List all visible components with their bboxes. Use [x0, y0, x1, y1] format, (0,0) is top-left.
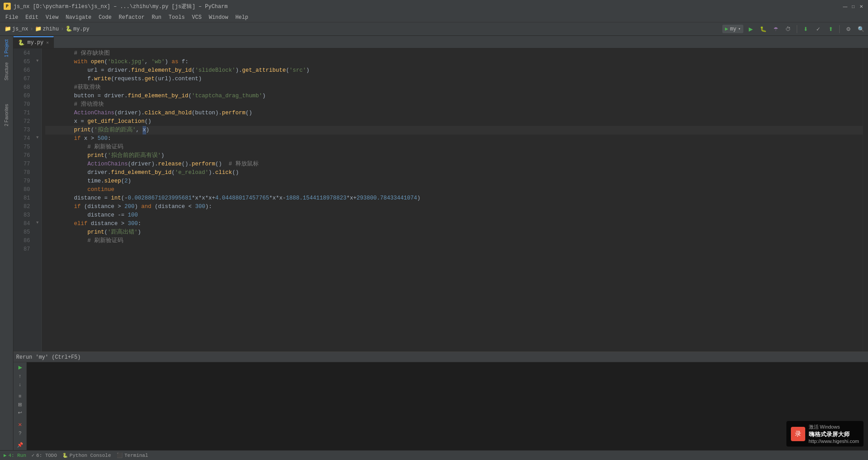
run-button[interactable]: ▶ [745, 24, 756, 35]
code-line-64: # 保存缺块图 [45, 49, 863, 58]
code-line-66: url = driver.find_element_by_id('slideBl… [45, 66, 863, 75]
code-line-75: # 刷新验证码 [45, 143, 863, 152]
run-config-selector[interactable]: ▶ my ▾ [722, 25, 743, 33]
menu-help[interactable]: Help [232, 13, 252, 22]
tab-mypy[interactable]: 🐍 my.py ✕ [13, 36, 54, 48]
menu-tools[interactable]: Tools [165, 13, 188, 22]
code-line-79: time.sleep(2) [45, 177, 863, 186]
todo-icon: ✓ [31, 452, 35, 458]
line-numbers: 64 65 66 67 68 69 70 71 72 73 74 75 76 7… [13, 48, 34, 352]
right-gutter [863, 48, 868, 352]
code-line-78: driver.find_element_by_id('e_reload').cl… [45, 169, 863, 177]
code-line-72: x = get_diff_location() [45, 117, 863, 126]
favorites-tool-button[interactable]: 2 Favorites [3, 102, 10, 128]
coverage-button[interactable]: ☂ [770, 24, 781, 35]
code-line-65: with open('block.jpg', 'wb') as f: [45, 58, 863, 66]
code-line-86: print('距高出错') [45, 228, 863, 237]
run-wrap-button[interactable]: ↩ [15, 409, 26, 416]
status-left: ▶ 4: Run ✓ 6: TODO 🐍 Python Console ⬛ Te… [4, 452, 148, 458]
window-title: js_nx [D:\pycharm-files\js_nx] – ...\zhi… [13, 3, 228, 10]
code-line-69: button = driver.find_element_by_id('tcap… [45, 92, 863, 100]
app-icon: P [4, 3, 11, 10]
menu-file[interactable]: File [2, 13, 22, 22]
code-line-83: if (distance > 200) and (distance < 300)… [45, 203, 863, 211]
breadcrumb-folder[interactable]: 📁 zhihu [35, 26, 59, 32]
separator2 [839, 25, 840, 33]
watermark: 录 激活 Windows 嗨格式录屏大师 http://www.higeshi.… [786, 421, 864, 447]
code-line-82: distance = int(-0.00288671023995681*x*x*… [45, 194, 863, 203]
toolbar: 📁 js_nx › 📁 zhihu › 🐍 my.py ▶ my ▾ ▶ 🐛 ☂… [0, 22, 868, 36]
terminal-button[interactable]: ⬛ Terminal [117, 452, 148, 458]
run-stop-button[interactable]: ↑ [15, 373, 26, 379]
run-status-button[interactable]: ▶ 4: Run [4, 452, 26, 458]
debug-button[interactable]: 🐛 [758, 24, 768, 35]
watermark-icon: 录 [791, 427, 805, 441]
code-line-81: continue [45, 186, 863, 194]
project-tool-button[interactable]: 1 Project [3, 38, 10, 59]
breadcrumb-file[interactable]: 🐍 my.py [65, 26, 89, 32]
run-rerun-button[interactable]: ▶ [15, 364, 26, 371]
run-status-label: 4: Run [9, 453, 26, 458]
watermark-text: 激活 Windows 嗨格式录屏大师 http://www.higeshi.co… [809, 424, 859, 444]
breadcrumb: 📁 js_nx › 📁 zhihu › 🐍 my.py [4, 26, 89, 32]
title-bar-left: P js_nx [D:\pycharm-files\js_nx] – ...\z… [4, 3, 228, 10]
vcs-commit-button[interactable]: ✓ [813, 24, 824, 35]
separator [797, 25, 797, 33]
main-area: 1 Project Structure 2 Favorites 🐍 my.py … [0, 36, 868, 450]
menu-run[interactable]: Run [148, 13, 165, 22]
run-scroll-button[interactable]: ↓ [15, 381, 26, 387]
breadcrumb-project[interactable]: 📁 js_nx [4, 26, 28, 32]
fold-button-84[interactable]: ▼ [36, 219, 39, 227]
run-toolbar: ▶ ↑ ↓ ≡ ⊞ ↩ ✕ ? 📌 [13, 362, 27, 450]
terminal-icon: ⬛ [117, 452, 123, 458]
code-line-68: #获取滑块 [45, 83, 863, 92]
code-line-77: ActionChains(driver).release().perform()… [45, 160, 863, 169]
menu-edit[interactable]: Edit [22, 13, 42, 22]
python-console-label: Python Console [69, 453, 111, 458]
run-filter-button[interactable]: ≡ [15, 393, 26, 399]
editor-container: 🐍 my.py ✕ 64 65 66 67 68 69 70 71 72 73 … [13, 36, 868, 450]
title-bar: P js_nx [D:\pycharm-files\js_nx] – ...\z… [0, 0, 868, 13]
python-console-icon: 🐍 [62, 453, 68, 458]
vcs-update-button[interactable]: ⬇ [800, 24, 811, 35]
toolbar-right: ▶ my ▾ ▶ 🐛 ☂ ⏱ ⬇ ✓ ⬆ ⚙ 🔍 [722, 24, 866, 35]
tab-close-button[interactable]: ✕ [46, 40, 49, 45]
code-line-70: # 滑动滑块 [45, 100, 863, 109]
menu-navigate[interactable]: Navigate [62, 13, 95, 22]
menu-view[interactable]: View [42, 13, 62, 22]
python-console-button[interactable]: 🐍 Python Console [62, 453, 111, 458]
code-line-67: f.write(requests.get(url).content) [45, 75, 863, 83]
run-status-icon: ▶ [4, 452, 7, 458]
code-area[interactable]: # 保存缺块图 with open('block.jpg', 'wb') as … [42, 48, 863, 352]
fold-button[interactable]: ▼ [36, 57, 39, 65]
run-output [27, 362, 868, 450]
rerun-label: Rerun 'my' (Ctrl+F5) [16, 354, 81, 360]
code-line-85: elif distance > 300: [45, 220, 863, 228]
code-line-84: distance -= 100 [45, 211, 863, 220]
rerun-bar: Rerun 'my' (Ctrl+F5) [13, 352, 868, 362]
settings-button[interactable]: ⚙ [843, 24, 854, 35]
run-settings-button[interactable]: ⊞ [15, 401, 26, 408]
run-help-button[interactable]: ? [15, 430, 26, 437]
code-line-71: ActionChains(driver).click_and_hold(butt… [45, 109, 863, 117]
maximize-button[interactable]: □ [850, 3, 856, 9]
fold-gutter: ▼ ▼ ▼ [34, 48, 42, 352]
todo-status-button[interactable]: ✓ 6: TODO [31, 452, 57, 458]
code-line-74: if x > 500: [45, 135, 863, 143]
search-button[interactable]: 🔍 [855, 24, 866, 35]
fold-button-74[interactable]: ▼ [36, 134, 39, 142]
menu-code[interactable]: Code [95, 13, 115, 22]
menu-window[interactable]: Window [205, 13, 232, 22]
status-bar: ▶ 4: Run ✓ 6: TODO 🐍 Python Console ⬛ Te… [0, 450, 868, 460]
vcs-push-button[interactable]: ⬆ [825, 24, 836, 35]
tab-bar: 🐍 my.py ✕ [13, 36, 868, 48]
close-button[interactable]: ✕ [858, 3, 864, 9]
profile-button[interactable]: ⏱ [783, 24, 794, 35]
menu-refactor[interactable]: Refactor [115, 13, 148, 22]
minimize-button[interactable]: — [842, 3, 848, 9]
terminal-label: Terminal [125, 453, 148, 458]
menu-vcs[interactable]: VCS [188, 13, 205, 22]
run-clear-button[interactable]: ✕ [15, 421, 26, 428]
run-pin-button[interactable]: 📌 [15, 442, 26, 448]
structure-tool-button[interactable]: Structure [3, 61, 10, 82]
